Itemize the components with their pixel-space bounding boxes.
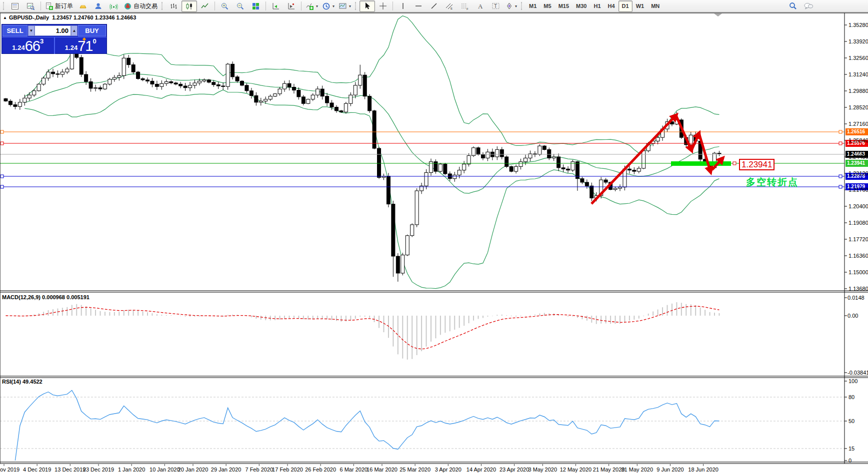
periods-button[interactable]: ▾	[320, 0, 336, 12]
chart-symbol-period: GBPUSD-,Daily	[9, 14, 49, 20]
timeframe-H4[interactable]: H4	[604, 0, 618, 12]
chart-collapse-icon[interactable]: ▲	[3, 15, 7, 20]
new-chart-button[interactable]	[8, 0, 23, 12]
volume-increase-button[interactable]: ▲	[71, 25, 78, 36]
templates-button[interactable]: ▾	[336, 0, 353, 12]
buy-price-big: 71	[78, 39, 92, 53]
text-tool-button[interactable]: A	[472, 0, 488, 12]
shapes-tool-button[interactable]: ▾	[504, 0, 519, 12]
timeframe-D1[interactable]: D1	[618, 0, 632, 12]
shapes-icon	[506, 2, 513, 10]
buy-button[interactable]: BUY	[78, 25, 106, 36]
macd-indicator-label: MACD(12,26,9) 0.000968 0.005191	[2, 294, 90, 300]
zoom-out-button[interactable]	[232, 0, 248, 12]
tile-windows-button[interactable]	[248, 0, 264, 12]
text-icon: A	[476, 2, 484, 10]
person-icon	[94, 2, 102, 10]
bar-chart-mode-button[interactable]	[166, 0, 182, 12]
zoom-in-button[interactable]	[217, 0, 232, 12]
chevron-down-icon: ▾	[316, 4, 318, 8]
sell-price-sup: 3	[40, 38, 44, 44]
timeframe-buttons: M1M5M15M30H1H4D1W1MN	[526, 0, 663, 12]
autotrading-icon	[124, 2, 132, 10]
rsi-value: 49.4522	[22, 379, 42, 385]
sell-price-display[interactable]: 1.24663	[2, 37, 55, 54]
chart-window-title: ▲GBPUSD-,Daily 1.23457 1.24760 1.23346 1…	[3, 14, 136, 20]
chevron-down-icon: ▾	[515, 4, 517, 8]
toolbar-separator	[40, 1, 41, 10]
autotrading-button[interactable]: 自动交易	[122, 0, 160, 12]
buy-price-prefix: 1.24	[65, 43, 78, 53]
buy-price-display[interactable]: 1.24710	[55, 37, 107, 54]
chart-shift-icon	[287, 2, 296, 10]
toolbar-grip	[355, 2, 358, 10]
new-order-button[interactable]: 新订单	[43, 0, 75, 12]
volume-input[interactable]: 1.00	[34, 25, 71, 36]
timeframe-W1[interactable]: W1	[632, 0, 648, 12]
signals-button[interactable]	[106, 0, 122, 12]
timeframe-M30[interactable]: M30	[572, 0, 590, 12]
fibonacci-tool-button[interactable]: F	[457, 0, 472, 12]
macd-name: MACD(12,26,9)	[2, 294, 40, 300]
sell-button[interactable]: SELL	[2, 25, 28, 36]
label-icon: T	[492, 2, 500, 10]
trendline-tool-button[interactable]	[426, 0, 442, 12]
gold-icon	[78, 2, 88, 10]
candlestick-chart-icon	[185, 2, 194, 10]
line-chart-icon	[200, 2, 209, 10]
turning-point-annotation[interactable]: 多空转折点	[746, 176, 798, 189]
channel-tool-button[interactable]: E	[442, 0, 457, 12]
timeframe-M5[interactable]: M5	[540, 0, 554, 12]
toolbar-separator	[392, 1, 393, 10]
volume-decrease-button[interactable]: ▼	[28, 25, 34, 36]
cursor-tool-button[interactable]	[360, 0, 375, 12]
zoom-in-icon	[220, 2, 229, 10]
line-chart-mode-button[interactable]	[197, 0, 212, 12]
text-label-tool-button[interactable]: T	[488, 0, 504, 12]
rsi-panel-plot[interactable]	[0, 378, 844, 462]
indicators-button[interactable]: ▾	[304, 0, 320, 12]
chat-button[interactable]	[800, 0, 816, 12]
auto-scroll-button[interactable]	[268, 0, 284, 12]
toolbar-separator	[301, 1, 302, 10]
main-chart-plot[interactable]	[0, 13, 844, 291]
signal-icon	[110, 2, 118, 10]
crosshair-tool-button[interactable]	[375, 0, 390, 12]
vertical-line-tool-button[interactable]	[395, 0, 410, 12]
autotrading-label: 自动交易	[134, 2, 158, 10]
horizontal-line-tool-button[interactable]	[410, 0, 426, 12]
metaeditor-button[interactable]	[75, 0, 90, 12]
main-toolbar: 新订单 自动交易 ▾ ▾ ▾ E F A T ▾ M1M5M15M30H1H4D…	[0, 0, 868, 12]
toolbar-separator	[214, 1, 215, 10]
search-icon	[788, 1, 798, 10]
zoom-out-icon	[236, 2, 244, 10]
svg-text:F: F	[466, 7, 468, 10]
toolbar-grip	[162, 2, 164, 10]
chart-profiles-icon	[26, 2, 35, 10]
crosshair-icon	[379, 2, 387, 10]
timeframe-M15[interactable]: M15	[555, 0, 572, 12]
new-order-label: 新订单	[55, 2, 73, 10]
timeframe-M1[interactable]: M1	[526, 0, 540, 12]
candlestick-mode-button[interactable]	[182, 0, 197, 12]
search-button[interactable]	[785, 0, 800, 12]
chat-bubbles-icon	[804, 1, 814, 10]
toolbar-separator	[266, 1, 266, 10]
chart-ohlc-values: 1.23457 1.24760 1.23346 1.24663	[52, 14, 136, 20]
timeframe-MN[interactable]: MN	[648, 0, 663, 12]
bar-chart-icon	[170, 2, 178, 10]
horizontal-line-icon	[414, 2, 422, 10]
cursor-icon	[364, 2, 372, 10]
chart-shift-button[interactable]	[284, 0, 299, 12]
chevron-down-icon: ▾	[349, 4, 351, 8]
timeframe-H1[interactable]: H1	[590, 0, 604, 12]
rsi-indicator-label: RSI(14) 49.4522	[2, 379, 42, 385]
macd-panel-plot[interactable]	[0, 293, 844, 376]
toolbar-grip	[521, 2, 524, 10]
rsi-name: RSI(14)	[2, 379, 21, 385]
chart-profiles-button[interactable]	[23, 0, 38, 12]
chevron-down-icon: ▾	[332, 4, 334, 8]
auto-scroll-icon	[272, 2, 280, 10]
price-annotation-box[interactable]: 1.23941	[739, 159, 774, 170]
community-button[interactable]	[90, 0, 106, 12]
